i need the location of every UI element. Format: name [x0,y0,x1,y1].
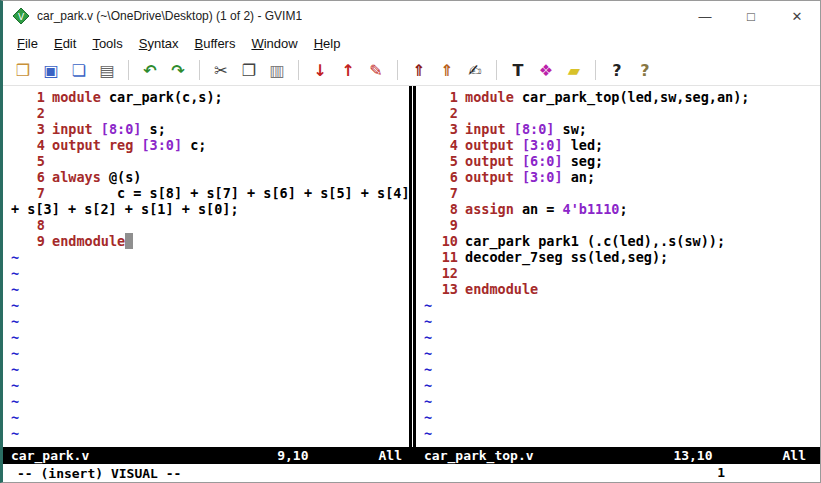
svg-text:V: V [18,12,25,22]
toolbar-separator [199,60,200,80]
code-line[interactable]: + s[3] + s[2] + s[1] + s[0]; [3,201,409,217]
find-prev-icon[interactable]: ↑ [336,58,360,82]
gvim-window: V car_park.v (~\OneDrive\Desktop) (1 of … [0,0,821,483]
empty-line-tilde: ~ [416,377,820,393]
undo-icon[interactable]: ↶ [138,58,162,82]
run-script-icon[interactable]: ✍ [463,58,487,82]
code-line[interactable]: 4output [3:0] led; [416,137,820,153]
code-line[interactable]: 1module car_park(c,s); [3,89,409,105]
statusline-left[interactable]: car_park.v 9,10 All [3,447,416,464]
empty-line-tilde: ~ [416,297,820,313]
statusline-cursor-position: 13,10 [673,447,712,464]
command-line[interactable]: -- (insert) VISUAL -- 1 [3,464,820,482]
code-line[interactable]: 7 c = s[8] + s[7] + s[6] + s[5] + s[4] [3,185,409,201]
help-icon[interactable]: ? [605,58,629,82]
statusline-right[interactable]: car_park_top.v 13,10 All [416,447,820,464]
code-line[interactable]: 13endmodule [416,281,820,297]
code-line[interactable]: 3input [8:0] s; [3,121,409,137]
line-number: 3 [11,121,52,137]
empty-line-tilde: ~ [3,329,409,345]
save-icon[interactable]: ▣ [39,58,63,82]
code-line[interactable]: 5 [3,153,409,169]
line-number: 7 [11,185,52,201]
empty-line-tilde: ~ [416,345,820,361]
print-icon[interactable]: ▤ [95,58,119,82]
code-line[interactable]: 10car_park park1 (.c(led),.s(sw)); [416,233,820,249]
menu-item-help[interactable]: Help [306,33,349,54]
menu-item-tools[interactable]: Tools [84,33,130,54]
code-line[interactable]: 3input [8:0] sw; [416,121,820,137]
cut-icon[interactable]: ✂ [209,58,233,82]
tag-jump-icon[interactable]: ▰ [562,58,586,82]
line-number: 6 [424,169,465,185]
menu-item-edit[interactable]: Edit [46,33,84,54]
code-line[interactable]: 8 [3,217,409,233]
code-line[interactable]: 4output reg [3:0] c; [3,137,409,153]
code-line[interactable]: 8assign an = 4'b1110; [416,201,820,217]
code-line[interactable]: 7 [416,185,820,201]
editor-area: 1module car_park(c,s);23input [8:0] s;4o… [3,86,820,447]
code-line[interactable]: 5output [6:0] seg; [416,153,820,169]
empty-line-tilde: ~ [3,265,409,281]
code-line[interactable]: 6output [3:0] an; [416,169,820,185]
title-bar[interactable]: V car_park.v (~\OneDrive\Desktop) (1 of … [3,1,820,31]
gvim-logo-icon: V [13,8,29,24]
line-number: 13 [424,281,465,297]
vertical-split-separator[interactable] [409,86,416,447]
paste-icon[interactable]: ▥ [265,58,289,82]
editor-pane-right[interactable]: 1module car_park_top(led,sw,seg,an);23in… [416,86,820,447]
statusline-filename: car_park_top.v [424,447,534,464]
menu-item-file[interactable]: File [9,33,46,54]
redo-icon[interactable]: ↷ [166,58,190,82]
minimize-button[interactable]: — [682,1,728,31]
menu-item-syntax[interactable]: Syntax [131,33,187,54]
build-tags-icon[interactable]: ❖ [534,58,558,82]
line-number: 10 [424,233,465,249]
code-line[interactable]: 2 [3,105,409,121]
toolbar-separator [298,60,299,80]
window-controls: — □ ✕ [682,1,820,31]
toolbar-separator [595,60,596,80]
make-icon[interactable]: T [506,58,530,82]
empty-line-tilde: ~ [3,377,409,393]
menu-item-window[interactable]: Window [243,33,305,54]
code-line[interactable]: 9endmodule [3,233,409,249]
code-line[interactable]: 9 [416,217,820,233]
line-number: 5 [11,153,52,169]
code-line[interactable]: 1module car_park_top(led,sw,seg,an); [416,89,820,105]
save-session-icon[interactable]: ⇑ [435,58,459,82]
empty-line-tilde: ~ [416,409,820,425]
code-line[interactable]: 2 [416,105,820,121]
line-number: 7 [424,185,465,201]
line-number: 3 [424,121,465,137]
line-number: 11 [424,249,465,265]
replace-icon[interactable]: ✎ [364,58,388,82]
empty-line-tilde: ~ [3,425,409,441]
line-number: 1 [424,89,465,105]
maximize-button[interactable]: □ [728,1,774,31]
empty-line-tilde: ~ [416,425,820,441]
empty-line-tilde: ~ [3,281,409,297]
load-session-icon[interactable]: ⇑ [407,58,431,82]
open-icon[interactable]: ❒ [11,58,35,82]
code-line[interactable]: 11decoder_7seg ss(led,seg); [416,249,820,265]
save-all-icon[interactable]: ❏ [67,58,91,82]
code-line[interactable]: 12 [416,265,820,281]
empty-line-tilde: ~ [416,361,820,377]
close-button[interactable]: ✕ [774,1,820,31]
empty-line-tilde: ~ [416,313,820,329]
cursor [125,233,133,249]
copy-icon[interactable]: ❐ [237,58,261,82]
editor-pane-left[interactable]: 1module car_park(c,s);23input [8:0] s;4o… [3,86,409,447]
menu-bar: FileEditToolsSyntaxBuffersWindowHelp [3,31,820,55]
statusline-cursor-position: 9,10 [277,447,308,464]
find-help-icon[interactable]: ? [633,58,657,82]
code-line[interactable]: 6always @(s) [3,169,409,185]
statusline-scroll-indicator: All [379,447,402,464]
line-number: 8 [424,201,465,217]
empty-line-tilde: ~ [3,393,409,409]
menu-item-buffers[interactable]: Buffers [186,33,243,54]
line-number: 2 [424,105,465,121]
line-number: 4 [11,137,52,153]
find-next-icon[interactable]: ↓ [308,58,332,82]
